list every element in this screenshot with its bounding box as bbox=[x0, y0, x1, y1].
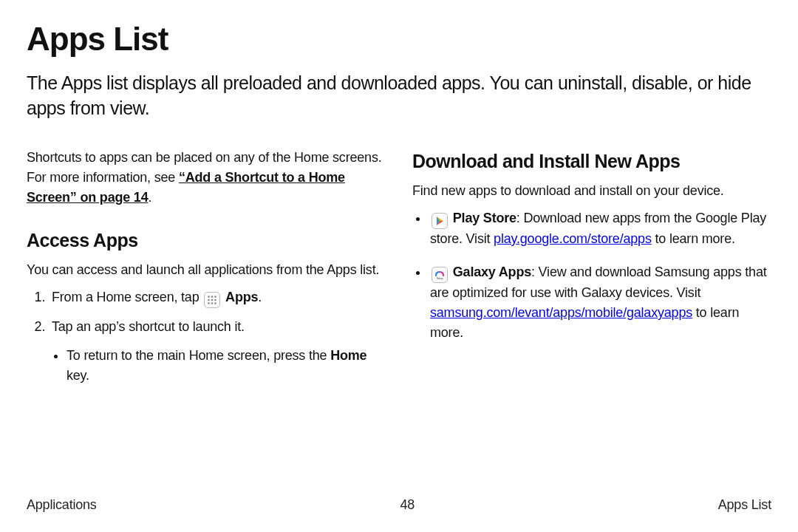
access-steps-list: From a Home screen, tap Apps. Tap an app… bbox=[27, 287, 386, 386]
step-1: From a Home screen, tap Apps. bbox=[49, 287, 386, 308]
step-2-sub-item: To return to the main Home screen, press… bbox=[66, 346, 386, 386]
galaxy-apps-icon: Galaxy bbox=[432, 267, 448, 283]
shortcuts-text-post: . bbox=[148, 190, 151, 205]
step-2-sub-pre: To return to the main Home screen, press… bbox=[66, 348, 330, 363]
svg-point-4 bbox=[211, 299, 214, 301]
step-2-sublist: To return to the main Home screen, press… bbox=[52, 346, 386, 386]
access-apps-heading: Access Apps bbox=[27, 227, 386, 255]
shortcuts-paragraph: Shortcuts to apps can be placed on any o… bbox=[27, 148, 386, 208]
play-store-desc-post: to learn more. bbox=[652, 231, 735, 246]
apps-grid-icon bbox=[204, 292, 220, 308]
svg-point-3 bbox=[208, 299, 210, 301]
step-1-post: . bbox=[258, 290, 262, 304]
svg-point-6 bbox=[208, 302, 210, 304]
footer-section: Applications bbox=[27, 497, 97, 513]
page-title: Apps List bbox=[27, 21, 771, 58]
column-left: Shortcuts to apps can be placed on any o… bbox=[27, 148, 386, 395]
download-intro: Find new apps to download and install on… bbox=[412, 181, 771, 201]
svg-point-8 bbox=[214, 302, 216, 304]
play-store-item: Play Store: Download new apps from the G… bbox=[429, 208, 771, 249]
play-store-icon bbox=[432, 213, 448, 229]
download-apps-list: Play Store: Download new apps from the G… bbox=[412, 208, 771, 343]
svg-point-0 bbox=[208, 296, 210, 298]
svg-point-1 bbox=[211, 296, 214, 298]
play-store-link[interactable]: play.google.com/store/apps bbox=[494, 231, 652, 246]
svg-point-5 bbox=[214, 299, 216, 301]
step-1-bold: Apps bbox=[225, 290, 258, 304]
svg-point-7 bbox=[211, 302, 214, 304]
access-apps-intro: You can access and launch all applicatio… bbox=[27, 260, 386, 280]
step-2-sub-post: key. bbox=[66, 368, 89, 383]
svg-text:Galaxy: Galaxy bbox=[437, 277, 443, 280]
footer-topic: Apps List bbox=[718, 497, 771, 513]
page-footer: Applications 48 Apps List bbox=[27, 497, 771, 513]
footer-page-number: 48 bbox=[400, 497, 415, 513]
galaxy-apps-item: Galaxy Galaxy Apps: View and download Sa… bbox=[429, 262, 771, 343]
svg-point-2 bbox=[214, 296, 216, 298]
step-2-text: Tap an app’s shortcut to launch it. bbox=[52, 319, 245, 334]
galaxy-apps-name: Galaxy Apps bbox=[453, 265, 531, 279]
download-heading: Download and Install New Apps bbox=[412, 148, 771, 176]
play-store-name: Play Store bbox=[453, 211, 516, 225]
content-columns: Shortcuts to apps can be placed on any o… bbox=[27, 148, 771, 395]
step-1-pre: From a Home screen, tap bbox=[52, 290, 202, 304]
column-right: Download and Install New Apps Find new a… bbox=[412, 148, 771, 395]
page-intro: The Apps list displays all preloaded and… bbox=[27, 71, 771, 121]
step-2: Tap an app’s shortcut to launch it. To r… bbox=[49, 317, 386, 386]
galaxy-apps-link[interactable]: samsung.com/levant/apps/mobile/galaxyapp… bbox=[430, 305, 692, 320]
step-2-sub-bold: Home bbox=[330, 348, 366, 363]
